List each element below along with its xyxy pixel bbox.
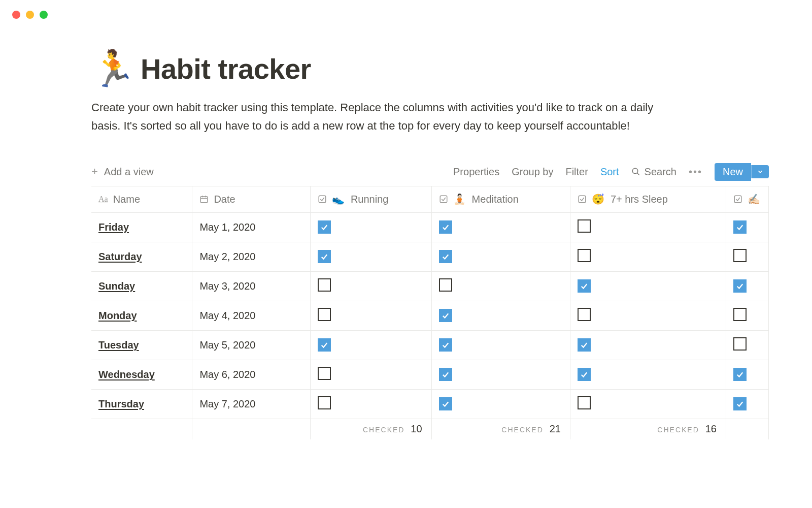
checkbox[interactable] (733, 397, 747, 410)
checkbox[interactable] (439, 397, 452, 410)
footer-sleep: CHECKED 16 (570, 419, 726, 439)
page-content: 🏃 Habit tracker Create your own habit tr… (91, 51, 812, 439)
habit-table: Aa Name Date 👟 Running (91, 186, 769, 439)
checkbox[interactable] (578, 368, 591, 381)
checkbox[interactable] (578, 338, 591, 352)
row-date: May 5, 2020 (199, 339, 255, 351)
row-date: May 1, 2020 (199, 221, 255, 233)
footer-sleep-count: 16 (705, 423, 717, 434)
row-name[interactable]: Sunday (98, 280, 135, 292)
checkbox[interactable] (578, 308, 591, 321)
search-button[interactable]: Search (631, 166, 676, 178)
close-window-button[interactable] (12, 11, 20, 19)
search-icon (631, 167, 640, 176)
col-header-date[interactable]: Date (192, 186, 311, 213)
group-by-button[interactable]: Group by (512, 166, 553, 178)
sleep-emoji-icon: 😴 (592, 193, 604, 205)
database-toolbar: + Add a view Properties Group by Filter … (91, 163, 769, 186)
row-date: May 2, 2020 (199, 251, 255, 262)
checkbox[interactable] (439, 250, 452, 263)
footer-label: CHECKED (501, 426, 543, 434)
checkbox[interactable] (733, 279, 747, 293)
row-date: May 6, 2020 (199, 369, 255, 380)
checkbox[interactable] (733, 368, 747, 381)
checkbox[interactable] (578, 219, 591, 233)
filter-button[interactable]: Filter (565, 166, 588, 178)
checkbox[interactable] (578, 279, 591, 293)
row-name[interactable]: Wednesday (98, 369, 155, 380)
svg-rect-7 (440, 196, 447, 203)
page-icon[interactable]: 🏃 (91, 51, 136, 86)
col-sleep-label: 7+ hrs Sleep (611, 194, 668, 205)
table-row[interactable]: TuesdayMay 5, 2020 (91, 331, 769, 360)
checkbox-property-icon (318, 195, 327, 204)
footer-meditation: CHECKED 21 (431, 419, 570, 439)
col-header-name[interactable]: Aa Name (91, 186, 192, 213)
properties-button[interactable]: Properties (453, 166, 499, 178)
chevron-down-icon (757, 168, 764, 175)
checkbox[interactable] (318, 220, 331, 234)
table-footer-row: CHECKED 10 CHECKED 21 CHECKED 16 (91, 419, 769, 439)
col-name-label: Name (113, 194, 140, 205)
row-name[interactable]: Saturday (98, 251, 142, 262)
checkbox[interactable] (318, 250, 331, 263)
table-row[interactable]: WednesdayMay 6, 2020 (91, 360, 769, 390)
checkbox[interactable] (318, 338, 331, 352)
row-date: May 7, 2020 (199, 398, 255, 409)
col-date-label: Date (214, 194, 235, 205)
checkbox[interactable] (578, 396, 591, 409)
col-header-sleep[interactable]: 😴 7+ hrs Sleep (570, 186, 726, 213)
checkbox[interactable] (439, 338, 452, 352)
row-name[interactable]: Friday (98, 221, 129, 233)
more-button[interactable]: ••• (689, 166, 702, 178)
checkbox[interactable] (318, 367, 331, 380)
checkbox[interactable] (578, 249, 591, 262)
writing-emoji-icon: ✍🏻 (748, 193, 760, 205)
plus-icon: + (91, 165, 98, 178)
table-row[interactable]: FridayMay 1, 2020 (91, 213, 769, 242)
table-row[interactable]: SundayMay 3, 2020 (91, 272, 769, 301)
checkbox[interactable] (439, 278, 452, 292)
search-label: Search (645, 166, 676, 178)
row-date: May 3, 2020 (199, 280, 255, 292)
new-dropdown[interactable] (751, 165, 769, 178)
row-name[interactable]: Thursday (98, 398, 144, 409)
checkbox[interactable] (439, 220, 452, 234)
checkbox[interactable] (733, 249, 747, 262)
window-controls (12, 11, 48, 19)
table-row[interactable]: SaturdayMay 2, 2020 (91, 242, 769, 272)
svg-rect-8 (579, 196, 586, 203)
table-row[interactable]: MondayMay 4, 2020 (91, 301, 769, 331)
checkbox[interactable] (318, 396, 331, 409)
checkbox[interactable] (439, 368, 452, 381)
sort-button[interactable]: Sort (600, 166, 619, 178)
new-button-group: New (715, 163, 769, 181)
add-view-button[interactable]: Add a view (104, 166, 154, 178)
col-meditation-label: Meditation (472, 194, 519, 205)
checkbox[interactable] (318, 308, 331, 321)
svg-point-0 (632, 168, 638, 174)
calendar-icon (199, 195, 209, 204)
table-row[interactable]: ThursdayMay 7, 2020 (91, 390, 769, 419)
row-name[interactable]: Monday (98, 310, 137, 321)
checkbox[interactable] (439, 309, 452, 322)
checkbox[interactable] (733, 337, 747, 351)
svg-rect-6 (319, 196, 326, 203)
checkbox-property-icon (578, 195, 587, 204)
svg-line-1 (637, 173, 639, 175)
col-header-meditation[interactable]: 🧘🏻 Meditation (431, 186, 570, 213)
col-header-writing[interactable]: ✍🏻 (726, 186, 768, 213)
checkbox[interactable] (318, 278, 331, 292)
row-name[interactable]: Tuesday (98, 339, 139, 351)
row-date: May 4, 2020 (199, 310, 255, 321)
running-emoji-icon: 👟 (332, 193, 345, 205)
new-button[interactable]: New (715, 163, 751, 181)
maximize-window-button[interactable] (40, 11, 48, 19)
page-description[interactable]: Create your own habit tracker using this… (91, 99, 675, 136)
col-running-label: Running (351, 194, 389, 205)
minimize-window-button[interactable] (26, 11, 34, 19)
checkbox[interactable] (733, 308, 747, 321)
page-title[interactable]: Habit tracker (141, 52, 311, 85)
checkbox[interactable] (733, 220, 747, 234)
col-header-running[interactable]: 👟 Running (310, 186, 431, 213)
